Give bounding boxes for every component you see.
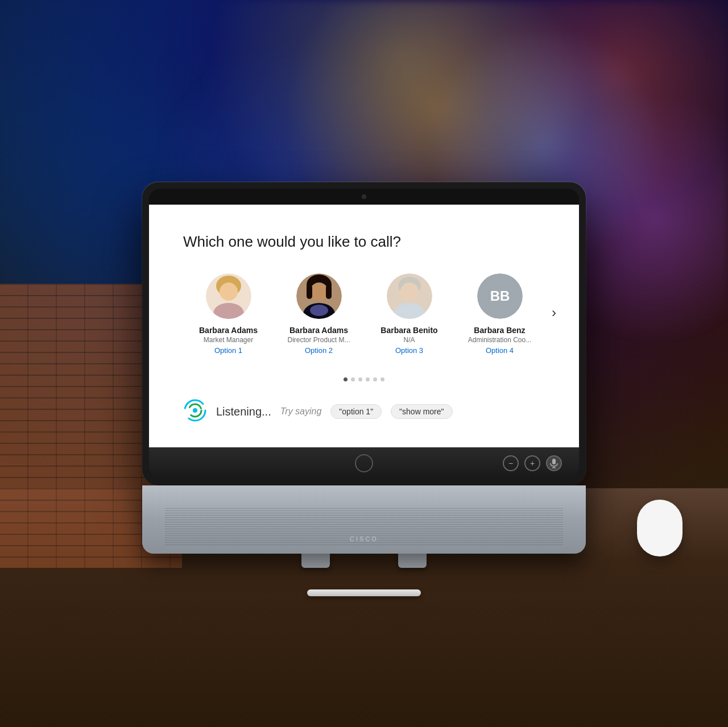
contact-title-1: Market Manager [204, 336, 253, 344]
leg-right [398, 554, 427, 568]
voice-chip-1[interactable]: "option 1" [330, 404, 382, 419]
svg-point-11 [310, 305, 328, 316]
contacts-row: Barbara Adams Market Manager Option 1 [183, 273, 545, 355]
svg-point-2 [220, 283, 238, 301]
screen-bezel: Which one would you like to call? [149, 189, 579, 479]
contact-name-1: Barbara Adams [199, 326, 258, 335]
voice-chip-2[interactable]: "show more" [391, 404, 452, 419]
contact-option-2[interactable]: Option 2 [305, 346, 333, 355]
contact-name-4: Barbara Benz [474, 326, 525, 335]
contact-title-4: Administration Coo... [468, 336, 531, 344]
contact-title-3: N/A [403, 336, 415, 344]
device-frame: Which one would you like to call? [142, 182, 586, 485]
dot-6[interactable] [380, 377, 384, 381]
svg-rect-21 [552, 459, 556, 464]
dot-1[interactable] [344, 377, 348, 381]
contact-card-2[interactable]: Barbara Adams Director Product M... Opti… [274, 273, 364, 355]
stylus [307, 589, 421, 596]
svg-text:BB: BB [490, 288, 510, 304]
device-controls: − + [503, 455, 562, 471]
home-button[interactable] [355, 454, 373, 472]
svg-rect-8 [307, 285, 312, 299]
avatar-svg-3 [387, 273, 432, 319]
dot-4[interactable] [366, 377, 370, 381]
screen-content: Which one would you like to call? [149, 205, 579, 447]
listening-bar: Listening... Try saying "option 1" "show… [183, 398, 545, 425]
svg-point-14 [400, 283, 419, 301]
pagination-dots [183, 377, 545, 381]
cisco-logo-svg [183, 398, 207, 422]
cisco-listening-icon [183, 398, 207, 425]
avatar-svg-1 [206, 273, 251, 319]
contact-name-3: Barbara Benito [380, 326, 437, 335]
avatar-1 [206, 273, 251, 319]
mic-button[interactable] [546, 455, 562, 471]
device-container: Which one would you like to call? [142, 182, 586, 579]
avatar-svg-2 [296, 273, 342, 319]
volume-plus-button[interactable]: + [524, 455, 540, 471]
contact-option-3[interactable]: Option 3 [395, 346, 423, 355]
contact-name-2: Barbara Adams [289, 326, 348, 335]
avatar-3 [387, 273, 432, 319]
avatar-4: BB [477, 273, 523, 319]
contact-card-1[interactable]: Barbara Adams Market Manager Option 1 [183, 273, 274, 355]
avatar-svg-4: BB [477, 273, 523, 319]
svg-point-7 [310, 283, 328, 301]
next-arrow[interactable]: › [552, 305, 556, 321]
contact-card-4[interactable]: BB Barbara Benz Administration Coo... Op… [454, 273, 545, 355]
leg-left [301, 554, 330, 568]
contact-option-1[interactable]: Option 1 [214, 346, 242, 355]
contact-option-4[interactable]: Option 4 [486, 346, 514, 355]
svg-rect-9 [326, 285, 332, 299]
camera-bar [149, 189, 579, 205]
listening-status: Listening... [216, 405, 271, 418]
device-legs [301, 554, 427, 568]
device-bottom-bar: − + [149, 447, 579, 479]
avatar-2 [296, 273, 342, 319]
dot-5[interactable] [373, 377, 377, 381]
dot-3[interactable] [358, 377, 362, 381]
mic-icon [550, 458, 558, 468]
camera-dot [362, 194, 366, 199]
volume-minus-button[interactable]: − [503, 455, 519, 471]
dot-2[interactable] [351, 377, 355, 381]
try-saying-label: Try saying [280, 406, 322, 417]
contact-title-2: Director Product M... [287, 336, 350, 344]
screen-title: Which one would you like to call? [183, 233, 545, 251]
contact-card-3[interactable]: Barbara Benito N/A Option 3 [364, 273, 454, 355]
cisco-brand-text: cisco [350, 535, 378, 542]
speaker-base: cisco [142, 485, 586, 554]
white-speaker-device [637, 500, 682, 556]
svg-point-20 [193, 408, 197, 413]
